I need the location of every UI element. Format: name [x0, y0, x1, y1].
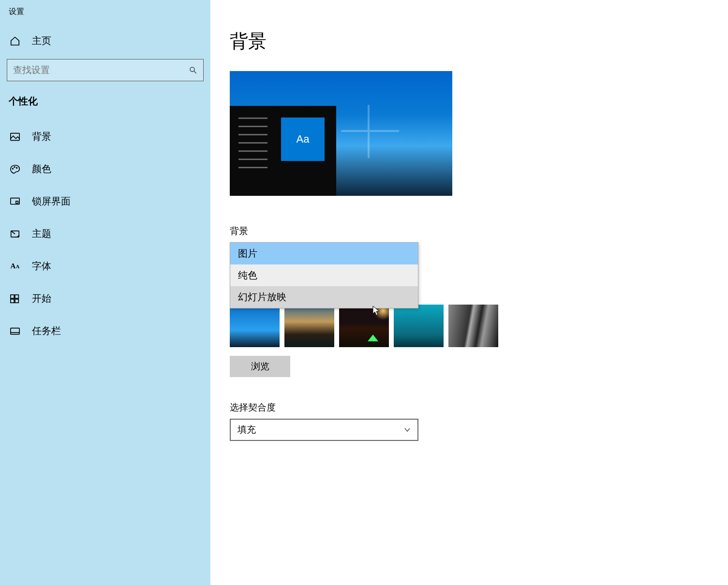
svg-rect-13 — [11, 328, 19, 334]
preview-start-panel: Aa — [230, 106, 336, 196]
sidebar-item-taskbar[interactable]: 任务栏 — [0, 315, 210, 347]
thumbnail-5[interactable] — [448, 305, 498, 347]
home-item[interactable]: 主页 — [0, 27, 210, 55]
cursor-icon — [372, 306, 380, 316]
home-icon — [10, 36, 20, 46]
sidebar: 设置 主页 个性化 背景 颜色 锁屏界面 — [0, 0, 210, 585]
thumbnail-4[interactable] — [394, 305, 444, 347]
dropdown-option-slideshow[interactable]: 幻灯片放映 — [230, 286, 418, 308]
taskbar-icon — [10, 326, 20, 336]
search-icon — [189, 66, 197, 74]
thumbnail-3[interactable] — [339, 305, 389, 347]
svg-point-0 — [190, 67, 194, 72]
svg-rect-9 — [11, 294, 14, 298]
svg-point-4 — [14, 166, 15, 167]
chevron-down-icon — [404, 426, 411, 433]
sidebar-item-lockscreen[interactable]: 锁屏界面 — [0, 185, 210, 218]
svg-point-3 — [13, 168, 14, 169]
thumbnail-1[interactable] — [230, 305, 280, 347]
sidebar-item-label: 开始 — [32, 292, 51, 305]
background-setting-label: 背景 — [230, 225, 709, 237]
browse-button[interactable]: 浏览 — [230, 356, 290, 377]
sidebar-item-label: 颜色 — [32, 162, 51, 176]
svg-point-5 — [16, 167, 17, 168]
svg-rect-12 — [15, 299, 18, 302]
background-thumbnails — [230, 305, 709, 347]
lockscreen-icon — [10, 196, 20, 207]
svg-rect-10 — [15, 294, 18, 298]
sidebar-item-label: 锁屏界面 — [32, 195, 71, 208]
fit-value: 填充 — [238, 424, 256, 436]
palette-icon — [10, 164, 20, 175]
nav-list: 背景 颜色 锁屏界面 主题 AA 字体 开始 — [0, 120, 210, 347]
sidebar-item-start[interactable]: 开始 — [0, 282, 210, 315]
sidebar-item-colors[interactable]: 颜色 — [0, 153, 210, 185]
page-title: 背景 — [230, 29, 709, 54]
desktop-preview: Aa — [230, 71, 452, 196]
section-title: 个性化 — [0, 95, 210, 117]
background-type-dropdown[interactable]: 图片 纯色 幻灯片放映 — [230, 242, 418, 308]
sidebar-item-fonts[interactable]: AA 字体 — [0, 250, 210, 282]
preview-tile: Aa — [281, 117, 325, 161]
svg-rect-11 — [11, 299, 14, 302]
sidebar-item-themes[interactable]: 主题 — [0, 218, 210, 250]
fit-label: 选择契合度 — [230, 401, 709, 414]
themes-icon — [10, 229, 20, 239]
sidebar-item-background[interactable]: 背景 — [0, 120, 210, 153]
fit-select[interactable]: 填充 — [230, 419, 418, 441]
sidebar-item-label: 主题 — [32, 227, 51, 240]
app-title: 设置 — [0, 5, 210, 27]
search-box[interactable] — [7, 59, 204, 81]
search-input[interactable] — [13, 65, 170, 75]
fonts-icon: AA — [10, 261, 20, 272]
svg-rect-7 — [16, 201, 18, 204]
windows-logo-icon — [341, 105, 399, 158]
home-label: 主页 — [32, 34, 51, 47]
thumbnail-2[interactable] — [284, 305, 334, 347]
svg-line-1 — [194, 71, 196, 73]
main-content: 背景 Aa 背景 图片 纯色 幻灯片放映 浏览 选择契合度 填充 — [210, 0, 728, 585]
image-icon — [10, 132, 20, 142]
sidebar-item-label: 任务栏 — [32, 324, 61, 337]
dropdown-option-image[interactable]: 图片 — [230, 243, 418, 264]
sidebar-item-label: 背景 — [32, 130, 51, 143]
start-icon — [10, 293, 20, 304]
sidebar-item-label: 字体 — [32, 260, 51, 273]
dropdown-option-solid[interactable]: 纯色 — [230, 264, 418, 286]
